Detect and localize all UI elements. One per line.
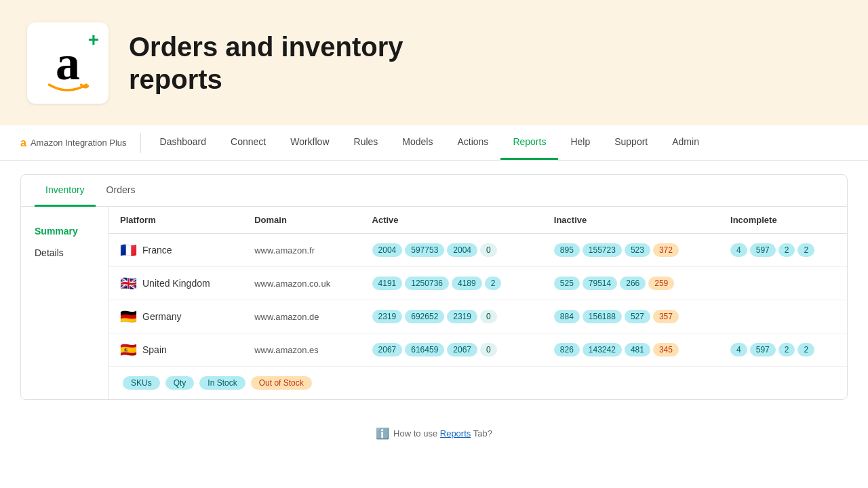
badge: 895 xyxy=(554,243,580,257)
domain-france: www.amazon.fr xyxy=(254,245,315,256)
col-incomplete: Incomplete xyxy=(719,207,847,234)
incomplete-badges-france: 4 597 2 2 xyxy=(730,243,836,257)
col-domain: Domain xyxy=(243,207,361,234)
badge: 156188 xyxy=(583,310,622,323)
badge: 2 xyxy=(797,343,814,357)
incomplete-badges-spain: 4 597 2 2 xyxy=(730,343,836,357)
app-logo: a + xyxy=(27,22,108,104)
page-header: a + Orders and inventory reports xyxy=(0,0,868,125)
flag-uk: 🇬🇧 xyxy=(120,275,137,291)
badge: 4191 xyxy=(372,277,403,290)
page-footer: ℹ️ How to use Reports Tab? xyxy=(0,413,868,453)
badge: 0 xyxy=(480,310,497,323)
content-card: Inventory Orders Summary Details Platfor… xyxy=(20,174,848,400)
badge: 616459 xyxy=(405,343,444,357)
inactive-badges-uk: 525 79514 266 259 xyxy=(554,277,709,290)
legend-outofstock: Out of Stock xyxy=(251,376,312,390)
navigation-bar: a Amazon Integration Plus Dashboard Conn… xyxy=(0,125,868,161)
badge: 523 xyxy=(625,243,650,257)
nav-tabs: Dashboard Connect Workflow Rules Models … xyxy=(148,125,711,160)
badge: 143242 xyxy=(583,343,622,357)
badge: 357 xyxy=(653,310,679,323)
logo-letter: a xyxy=(56,39,80,87)
domain-spain: www.amazon.es xyxy=(254,345,319,355)
tab-dashboard[interactable]: Dashboard xyxy=(148,125,219,160)
tab-connect[interactable]: Connect xyxy=(218,125,278,160)
table-legend: SKUs Qty In Stock Out of Stock xyxy=(109,366,847,399)
legend-qty: Qty xyxy=(165,376,195,390)
inventory-table: Platform Domain Active Inactive Incomple… xyxy=(109,207,847,366)
badge: 2 xyxy=(778,343,795,357)
badge: 79514 xyxy=(583,277,617,290)
tab-support[interactable]: Support xyxy=(602,125,660,160)
nav-brand: a Amazon Integration Plus xyxy=(20,137,127,149)
badge: 2319 xyxy=(447,310,477,323)
flag-germany: 🇩🇪 xyxy=(120,308,137,325)
flag-france: 🇫🇷 xyxy=(120,242,137,258)
reports-link[interactable]: Reports xyxy=(440,428,471,439)
badge: 826 xyxy=(554,343,580,357)
country-name-spain: Spain xyxy=(142,344,167,355)
badge: 4 xyxy=(730,243,747,257)
table-row: 🇬🇧 United Kingdom www.amazon.co.uk 4191 … xyxy=(109,267,847,300)
badge: 4 xyxy=(730,343,747,357)
country-uk: 🇬🇧 United Kingdom xyxy=(120,275,233,291)
country-name-uk: United Kingdom xyxy=(142,278,210,289)
active-badges-germany: 2319 692652 2319 0 xyxy=(372,310,532,323)
info-icon: ℹ️ xyxy=(376,427,389,440)
active-badges-spain: 2067 616459 2067 0 xyxy=(372,343,532,357)
country-france: 🇫🇷 France xyxy=(120,242,233,258)
tab-workflow[interactable]: Workflow xyxy=(278,125,341,160)
sidebar: Summary Details xyxy=(21,207,109,399)
badge: 597 xyxy=(750,243,776,257)
country-germany: 🇩🇪 Germany xyxy=(120,308,233,325)
badge: 597753 xyxy=(405,243,444,257)
badge: 4189 xyxy=(452,277,482,290)
inactive-badges-spain: 826 143242 481 345 xyxy=(554,343,709,357)
badge: 372 xyxy=(653,243,679,257)
badge: 2 xyxy=(797,243,814,257)
table-row: 🇪🇸 Spain www.amazon.es 2067 616459 2067 xyxy=(109,333,847,367)
domain-uk: www.amazon.co.uk xyxy=(254,279,330,289)
tab-admin[interactable]: Admin xyxy=(660,125,711,160)
sub-tabs: Inventory Orders xyxy=(21,175,847,207)
nav-brand-text: Amazon Integration Plus xyxy=(31,138,127,148)
inactive-badges-germany: 884 156188 527 357 xyxy=(554,310,709,323)
badge: 266 xyxy=(620,277,646,290)
badge: 2 xyxy=(485,277,502,290)
badge: 345 xyxy=(653,343,679,357)
flag-spain: 🇪🇸 xyxy=(120,342,137,358)
inactive-badges-france: 895 155723 523 372 xyxy=(554,243,709,257)
badge: 2 xyxy=(778,243,795,257)
sidebar-item-summary[interactable]: Summary xyxy=(21,220,108,242)
badge: 2004 xyxy=(447,243,477,257)
badge: 0 xyxy=(480,243,497,257)
country-spain: 🇪🇸 Spain xyxy=(120,342,233,358)
logo-plus: + xyxy=(88,29,99,51)
badge: 884 xyxy=(554,310,580,323)
badge: 525 xyxy=(554,277,580,290)
subtab-orders[interactable]: Orders xyxy=(96,175,146,207)
badge: 1250736 xyxy=(405,277,449,290)
country-name-germany: Germany xyxy=(142,311,182,322)
col-active: Active xyxy=(361,207,543,234)
footer-text: How to use Reports Tab? xyxy=(393,428,492,439)
tab-help[interactable]: Help xyxy=(558,125,602,160)
legend-instock: In Stock xyxy=(199,376,245,390)
table-area: Platform Domain Active Inactive Incomple… xyxy=(109,207,847,399)
tab-models[interactable]: Models xyxy=(390,125,445,160)
tab-reports[interactable]: Reports xyxy=(500,125,558,160)
legend-skus: SKUs xyxy=(123,376,160,390)
table-row: 🇩🇪 Germany www.amazon.de 2319 692652 231… xyxy=(109,300,847,333)
tab-actions[interactable]: Actions xyxy=(445,125,500,160)
domain-germany: www.amazon.de xyxy=(254,312,319,322)
subtab-inventory[interactable]: Inventory xyxy=(35,175,96,207)
badge: 481 xyxy=(625,343,650,357)
badge: 2004 xyxy=(372,243,403,257)
sidebar-item-details[interactable]: Details xyxy=(21,242,108,264)
active-badges-france: 2004 597753 2004 0 xyxy=(372,243,532,257)
badge: 2067 xyxy=(372,343,403,357)
col-inactive: Inactive xyxy=(543,207,719,234)
content-body: Summary Details Platform Domain Active I… xyxy=(21,207,847,399)
tab-rules[interactable]: Rules xyxy=(342,125,391,160)
